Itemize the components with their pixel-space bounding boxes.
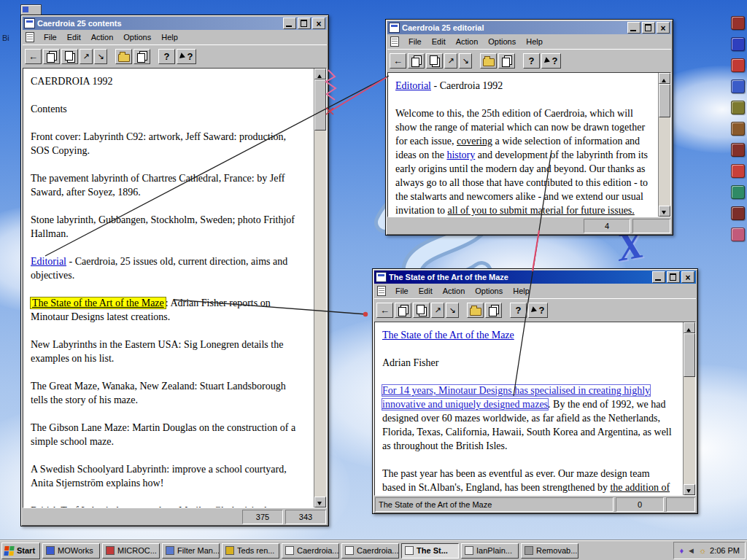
jump-up-button[interactable]: ↗ [80,49,93,64]
taskbar-task-the-state[interactable]: The St... [401,543,459,559]
menu-action[interactable]: Action [451,36,484,47]
duplicate-button[interactable] [498,53,515,69]
hyperlink[interactable]: all of you to submit material for future… [448,205,635,216]
menu-action[interactable]: Action [86,31,119,43]
taskbar-task-removable[interactable]: Removab... [521,543,578,559]
jump-up-button[interactable]: ↗ [444,53,457,69]
document-view[interactable]: The State of the Art of the MazeAdrian F… [375,322,683,495]
dock-icon-3[interactable] [731,58,745,72]
context-help-button[interactable]: ? [541,53,561,69]
menu-edit[interactable]: Edit [414,285,438,297]
scroll-thumb[interactable] [684,333,695,377]
back-button[interactable]: ← [390,53,406,69]
scroll-up-button[interactable] [314,69,326,79]
open-button[interactable] [115,49,132,64]
dock-icon-11[interactable] [731,228,745,241]
start-button[interactable]: Start [1,542,40,559]
copy-button[interactable] [395,303,411,318]
titlebar[interactable]: Caerdroia 25 editorial [387,21,671,34]
menu-options[interactable]: Options [118,31,156,43]
copy-button[interactable] [43,49,60,64]
taskbar-task-caerdroia-editorial[interactable]: Caerdroia... [341,543,399,559]
hyperlink[interactable]: Editorial [31,256,66,267]
maximize-button[interactable] [298,18,311,29]
menu-file[interactable]: File [39,31,62,43]
scroll-thumb[interactable] [659,84,670,117]
hyperlink[interactable]: Editorial [395,80,431,91]
minimize-button[interactable] [627,22,640,34]
scroll-thumb[interactable] [314,79,326,131]
taskbar-task-moworks[interactable]: MOWorks [42,543,100,559]
menu-action[interactable]: Action [438,285,471,297]
link-copy-button[interactable] [413,303,430,318]
close-button[interactable] [657,22,670,34]
scroll-track[interactable] [684,333,695,484]
dock-icon-5[interactable] [731,101,745,114]
document-view[interactable]: Editorial - Caerdroia 1992Welcome to thi… [388,73,658,217]
hyperlink[interactable]: The State of the Art of the Maze [31,298,166,308]
taskbar-task-microcosm[interactable]: MICROC... [102,543,160,559]
dock-icon-7[interactable] [731,143,745,157]
maximize-button[interactable] [667,271,680,283]
jump-down-button[interactable]: ↘ [446,303,459,318]
menu-help[interactable]: Help [508,285,535,297]
taskbar-task-ianplain[interactable]: IanPlain... [461,543,519,559]
tray-status-icon[interactable]: ☼ [699,547,706,555]
jump-down-button[interactable]: ↘ [459,53,472,69]
menu-file[interactable]: File [403,36,427,47]
hyperlink[interactable]: history [446,149,475,160]
document-view[interactable]: CAERDROIA 1992ContentsFront cover: Labyr… [23,69,314,508]
back-button[interactable]: ← [25,49,42,64]
maximize-button[interactable] [642,22,655,34]
scroll-up-button[interactable] [659,73,670,84]
dock-icon-4[interactable] [731,79,745,93]
back-button[interactable]: ← [376,303,393,318]
menu-options[interactable]: Options [470,285,508,297]
minimize-button[interactable] [652,271,665,283]
help-button[interactable]: ? [510,303,527,318]
tray-volume-icon[interactable]: ◄ [687,547,695,555]
vertical-scrollbar[interactable] [658,73,670,217]
scroll-down-button[interactable] [314,497,326,508]
dock-icon-2[interactable] [731,37,745,51]
link-copy-button[interactable] [426,53,443,69]
vertical-scrollbar[interactable] [314,69,326,508]
scroll-track[interactable] [659,84,670,206]
dock-icon-1[interactable] [731,16,745,30]
link-copy-button[interactable] [61,49,78,64]
dock-icon-9[interactable] [731,185,745,199]
menu-help[interactable]: Help [521,36,548,47]
context-help-button[interactable]: ? [177,49,196,64]
taskbar-task-teds[interactable]: Teds ren... [222,543,279,559]
dock-icon-6[interactable] [731,122,745,136]
context-help-button[interactable]: ? [528,303,548,318]
titlebar[interactable]: Caerdroia 25 contents [23,17,327,30]
scroll-up-button[interactable] [684,322,695,333]
background-window-fragment[interactable] [20,4,42,15]
menu-edit[interactable]: Edit [427,36,451,47]
taskbar-task-caerdroia-contents[interactable]: Caerdroia... [282,543,339,559]
close-button[interactable] [312,18,325,29]
menu-edit[interactable]: Edit [62,31,86,43]
scroll-track[interactable] [314,79,326,497]
menu-help[interactable]: Help [156,31,183,43]
close-button[interactable] [681,271,694,283]
tray-shield-icon[interactable]: ♦ [679,547,684,555]
duplicate-button[interactable] [133,49,150,64]
taskbar-task-filter-manager[interactable]: Filter Man... [162,543,220,559]
minimize-button[interactable] [283,18,296,29]
dock-icon-8[interactable] [731,164,745,178]
duplicate-button[interactable] [485,303,502,318]
dock-icon-10[interactable] [731,206,745,220]
scroll-down-button[interactable] [659,206,670,217]
help-button[interactable]: ? [523,53,540,69]
jump-down-button[interactable]: ↘ [94,49,107,64]
menu-options[interactable]: Options [483,36,521,47]
hyperlink[interactable]: covering [457,136,492,147]
titlebar[interactable]: The State of the Art of the Maze [374,271,696,284]
open-button[interactable] [467,303,484,318]
vertical-scrollbar[interactable] [683,322,695,495]
jump-up-button[interactable]: ↗ [431,303,444,318]
help-button[interactable]: ? [158,49,175,64]
open-button[interactable] [480,53,497,69]
